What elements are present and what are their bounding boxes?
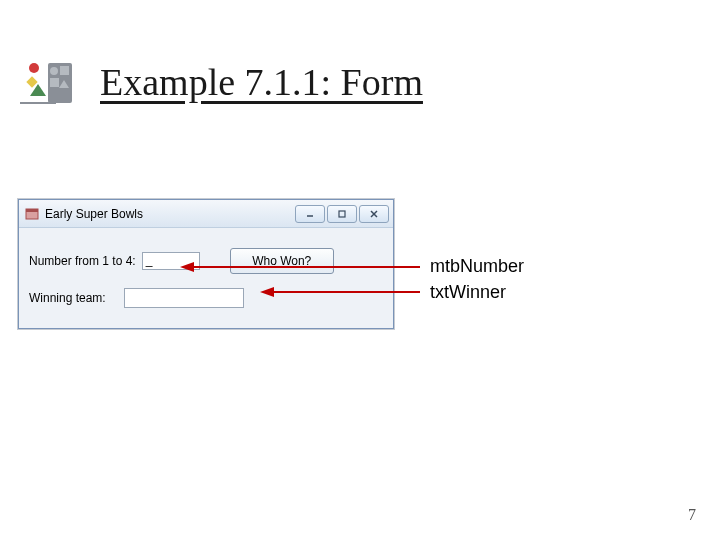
maximize-button[interactable] bbox=[327, 205, 357, 223]
annotation-mtb: mtbNumber bbox=[430, 256, 524, 277]
svg-rect-2 bbox=[60, 66, 69, 75]
window-client-area: Number from 1 to 4: _ Who Won? Winning t… bbox=[19, 228, 393, 328]
svg-point-5 bbox=[29, 63, 39, 73]
label-number: Number from 1 to 4: bbox=[29, 254, 136, 268]
svg-point-1 bbox=[50, 67, 58, 75]
label-winner: Winning team: bbox=[29, 291, 106, 305]
app-icon bbox=[25, 207, 39, 221]
arrow-to-txt bbox=[260, 284, 420, 300]
slide-title: Example 7.1.1: Form bbox=[100, 60, 700, 104]
svg-line-13 bbox=[371, 211, 377, 217]
svg-marker-18 bbox=[260, 287, 274, 297]
svg-rect-8 bbox=[20, 102, 56, 104]
arrow-to-mtb bbox=[180, 259, 420, 275]
window-titlebar: Early Super Bowls bbox=[19, 200, 393, 228]
minimize-button[interactable] bbox=[295, 205, 325, 223]
svg-rect-3 bbox=[50, 78, 59, 87]
page-number: 7 bbox=[688, 506, 696, 524]
window-title: Early Super Bowls bbox=[45, 207, 295, 221]
txt-winner-input[interactable] bbox=[124, 288, 244, 308]
slide-header: Example 7.1.1: Form bbox=[20, 60, 700, 104]
svg-rect-6 bbox=[26, 76, 37, 87]
svg-marker-16 bbox=[180, 262, 194, 272]
close-button[interactable] bbox=[359, 205, 389, 223]
slide-logo-icon bbox=[20, 58, 75, 113]
svg-rect-10 bbox=[26, 209, 38, 212]
annotation-txt: txtWinner bbox=[430, 282, 506, 303]
svg-rect-12 bbox=[339, 211, 345, 217]
svg-line-14 bbox=[371, 211, 377, 217]
input-value: _ bbox=[146, 253, 153, 267]
window-chrome-buttons bbox=[295, 205, 389, 223]
